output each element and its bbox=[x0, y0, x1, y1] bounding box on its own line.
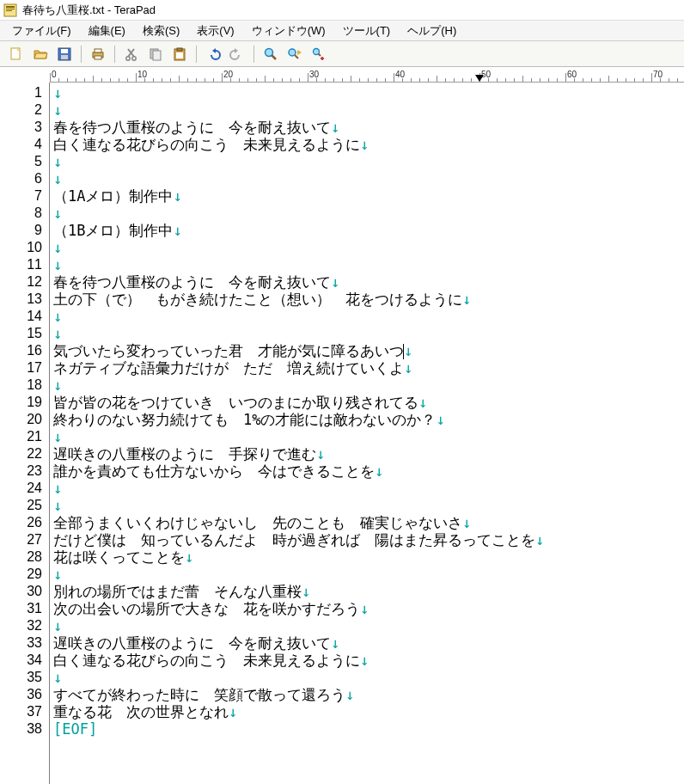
text-line[interactable]: 皆が皆の花をつけていき いつのまにか取り残されてる↓ bbox=[53, 394, 684, 411]
text-line[interactable]: （1Bメロ）制作中↓ bbox=[53, 222, 684, 239]
find-next-icon bbox=[287, 46, 302, 62]
new-file-button[interactable] bbox=[5, 43, 27, 65]
newline-mark-icon: ↓ bbox=[173, 187, 181, 205]
line-number: 26 bbox=[0, 514, 49, 531]
menu-bar: ファイル(F) 編集(E) 検索(S) 表示(V) ウィンドウ(W) ツール(T… bbox=[0, 21, 684, 41]
svg-rect-20 bbox=[176, 52, 183, 58]
print-button[interactable] bbox=[87, 43, 109, 65]
text-line[interactable]: すべてが終わった時に 笑顔で散って還ろう↓ bbox=[53, 686, 684, 703]
text-line[interactable]: ↓ bbox=[53, 669, 684, 686]
ruler-label: 0 bbox=[52, 70, 57, 79]
editor: 1234567891011121314151617181920212223242… bbox=[0, 83, 684, 784]
text-line[interactable]: ↓ bbox=[53, 497, 684, 514]
newline-mark-icon: ↓ bbox=[535, 531, 544, 548]
svg-rect-19 bbox=[177, 48, 182, 51]
ruler: 010203040506070 bbox=[50, 67, 684, 83]
text-line[interactable]: ↓ bbox=[53, 325, 684, 342]
text-line[interactable]: ↓ bbox=[53, 308, 684, 325]
toolbar bbox=[0, 41, 684, 67]
text-line[interactable]: ↓ bbox=[53, 170, 684, 187]
text-line[interactable]: ↓ bbox=[53, 153, 684, 170]
text-line[interactable]: 気づいたら変わっていった君 才能が気に障るあいつ↓ bbox=[53, 342, 684, 359]
text-line[interactable]: 遅咲きの八重桜のように 今を耐え抜いて↓ bbox=[53, 634, 684, 652]
svg-rect-7 bbox=[61, 49, 68, 53]
line-number: 5 bbox=[0, 153, 49, 170]
text-line[interactable]: ↓ bbox=[53, 480, 684, 497]
line-number: 15 bbox=[0, 325, 49, 342]
newline-mark-icon: ↓ bbox=[331, 634, 339, 652]
text-line[interactable]: ネガティブな語彙力だけが ただ 増え続けていくよ↓ bbox=[53, 359, 684, 377]
text-line[interactable]: ↓ bbox=[53, 428, 684, 445]
copy-button[interactable] bbox=[144, 43, 167, 65]
find-next-button[interactable] bbox=[284, 43, 306, 65]
text-line[interactable]: 全部うまくいくわけじゃないし 先のことも 確実じゃないさ↓ bbox=[53, 514, 684, 531]
svg-point-15 bbox=[132, 56, 136, 59]
text-line[interactable]: 白く連なる花びらの向こう 未来見えるように↓ bbox=[53, 136, 684, 153]
text-line[interactable]: 終わりのない努力続けても 1%の才能には敵わないのか？↓ bbox=[53, 411, 684, 428]
text-line[interactable]: ↓ bbox=[53, 617, 684, 634]
svg-marker-22 bbox=[235, 48, 238, 53]
text-line[interactable]: ↓ bbox=[53, 84, 684, 101]
text-line[interactable]: 土の下（で） もがき続けたこと（想い） 花をつけるように↓ bbox=[53, 291, 684, 308]
newline-mark-icon: ↓ bbox=[53, 497, 62, 514]
find-button[interactable] bbox=[260, 43, 282, 65]
line-number: 30 bbox=[0, 583, 49, 600]
menu-view[interactable]: 表示(V) bbox=[190, 21, 241, 40]
open-file-button[interactable] bbox=[29, 43, 52, 65]
text-line[interactable]: 春を待つ八重桜のように 今を耐え抜いて↓ bbox=[53, 273, 684, 291]
paste-icon bbox=[172, 46, 187, 62]
toolbar-separator bbox=[81, 46, 82, 63]
eof-line: [EOF] bbox=[53, 720, 684, 738]
line-number: 22 bbox=[0, 445, 49, 462]
line-number: 28 bbox=[0, 548, 49, 566]
ruler-label: 20 bbox=[223, 70, 233, 79]
text-line[interactable]: ↓ bbox=[53, 239, 684, 256]
undo-button[interactable] bbox=[202, 43, 224, 65]
text-line[interactable]: 次の出会いの場所で大きな 花を咲かすだろう↓ bbox=[53, 600, 684, 617]
newline-mark-icon: ↓ bbox=[404, 359, 412, 377]
cut-icon bbox=[124, 46, 139, 62]
svg-point-14 bbox=[126, 56, 130, 59]
svg-rect-3 bbox=[6, 10, 12, 11]
line-number: 2 bbox=[0, 101, 49, 119]
text-line[interactable]: 別れの場所ではまだ蕾 そんな八重桜↓ bbox=[53, 583, 684, 600]
text-line[interactable]: 春を待つ八重桜のように 今を耐え抜いて↓ bbox=[53, 119, 684, 136]
svg-rect-10 bbox=[95, 49, 101, 52]
text-line[interactable]: ↓ bbox=[53, 377, 684, 394]
text-line[interactable]: 白く連なる花びらの向こう 未来見えるように↓ bbox=[53, 652, 684, 669]
newline-mark-icon: ↓ bbox=[185, 548, 193, 566]
line-number: 31 bbox=[0, 600, 49, 617]
text-line[interactable]: ↓ bbox=[53, 101, 684, 119]
text-line[interactable]: ↓ bbox=[53, 566, 684, 583]
cut-button[interactable] bbox=[120, 43, 143, 65]
menu-search[interactable]: 検索(S) bbox=[136, 21, 186, 40]
menu-file[interactable]: ファイル(F) bbox=[5, 21, 78, 40]
text-line[interactable]: （1Aメロ）制作中↓ bbox=[53, 187, 684, 205]
ruler-marker[interactable] bbox=[475, 75, 484, 82]
text-line[interactable]: だけど僕は 知っているんだよ 時が過ぎれば 陽はまた昇るってことを↓ bbox=[53, 531, 684, 548]
paste-button[interactable] bbox=[168, 43, 191, 65]
text-line[interactable]: ↓ bbox=[53, 256, 684, 273]
redo-button[interactable] bbox=[226, 43, 248, 65]
menu-edit[interactable]: 編集(E) bbox=[82, 21, 132, 40]
save-button[interactable] bbox=[53, 43, 76, 65]
text-area[interactable]: ↓↓春を待つ八重桜のように 今を耐え抜いて↓白く連なる花びらの向こう 未来見える… bbox=[50, 83, 684, 784]
svg-line-24 bbox=[272, 55, 276, 59]
menu-help[interactable]: ヘルプ(H) bbox=[400, 21, 463, 40]
newline-mark-icon: ↓ bbox=[360, 136, 369, 153]
app-icon bbox=[3, 3, 17, 17]
printer-icon bbox=[90, 46, 106, 62]
redo-icon bbox=[229, 46, 245, 62]
text-line[interactable]: ↓ bbox=[53, 205, 684, 222]
text-line[interactable]: 花は咲くってことを↓ bbox=[53, 548, 684, 566]
text-line[interactable]: 重なる花 次の世界となれ↓ bbox=[53, 703, 684, 720]
line-number: 17 bbox=[0, 359, 49, 377]
menu-tools[interactable]: ツール(T) bbox=[336, 21, 398, 40]
line-number: 6 bbox=[0, 170, 49, 187]
line-number-gutter: 1234567891011121314151617181920212223242… bbox=[0, 83, 50, 784]
text-line[interactable]: 誰かを責めても仕方ないから 今はできることを↓ bbox=[53, 462, 684, 480]
replace-button[interactable] bbox=[308, 43, 330, 65]
text-line[interactable]: 遅咲きの八重桜のように 手探りで進む↓ bbox=[53, 445, 684, 462]
newline-mark-icon: ↓ bbox=[53, 84, 62, 101]
menu-window[interactable]: ウィンドウ(W) bbox=[245, 21, 333, 40]
